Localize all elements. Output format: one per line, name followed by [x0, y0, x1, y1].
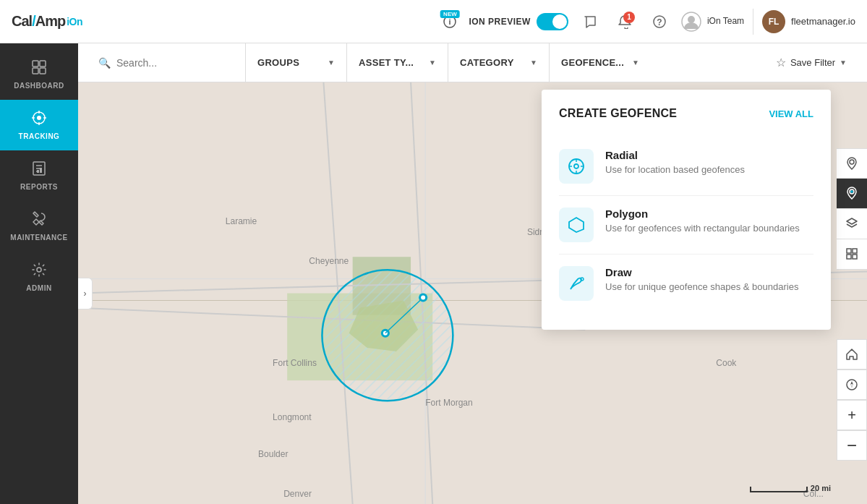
- svg-text:Fort Collins: Fort Collins: [273, 358, 317, 368]
- svg-text:Laramie: Laramie: [226, 216, 257, 226]
- svg-rect-63: [853, 255, 857, 259]
- groups-dropdown[interactable]: GROUPS ▼: [246, 43, 347, 82]
- location-pin-icon: [845, 157, 858, 170]
- save-filter-button[interactable]: ☆ Save Filter ▼: [764, 56, 858, 69]
- sidebar-item-label: REPORTS: [20, 183, 58, 191]
- new-badge: NEW: [440, 10, 460, 18]
- map-location-pin-btn[interactable]: [837, 148, 867, 179]
- svg-text:Cook: Cook: [716, 358, 737, 368]
- help-icon: ?: [652, 14, 667, 29]
- notification-icon-btn[interactable]: 1: [612, 9, 638, 35]
- svg-point-10: [37, 116, 41, 120]
- radial-option-name: Radial: [605, 149, 745, 161]
- geofence-dropdown[interactable]: GEOFENCE... ▼: [550, 43, 651, 82]
- tracking-icon: [31, 110, 47, 129]
- polygon-icon: [566, 215, 586, 235]
- search-input[interactable]: [116, 57, 232, 69]
- user-avatar-section[interactable]: FL fleetmanager.io: [762, 10, 855, 33]
- geofence-label: GEOFENCE...: [561, 57, 624, 68]
- svg-rect-21: [40, 168, 42, 173]
- map-geofence-add-btn[interactable]: [837, 179, 867, 209]
- view-all-button[interactable]: VIEW ALL: [769, 108, 813, 119]
- ion-preview-section: NEW i ION PREVIEW: [437, 9, 568, 35]
- svg-text:Cheyenne: Cheyenne: [309, 256, 349, 266]
- sidebar-item-maintenance[interactable]: MAINTENANCE: [0, 201, 78, 252]
- sidebar-item-label: ADMIN: [26, 284, 51, 292]
- svg-point-74: [581, 278, 584, 281]
- logo-calamp: Cal/Amp: [12, 13, 65, 30]
- svg-marker-59: [847, 218, 857, 224]
- home-icon: [845, 348, 858, 361]
- help-icon-btn[interactable]: ?: [646, 9, 672, 35]
- svg-rect-7: [40, 61, 46, 67]
- geofence-option-polygon[interactable]: Polygon Use for geofences with rectangul…: [559, 196, 813, 255]
- draw-icon-container: [559, 266, 594, 301]
- sidebar-item-tracking[interactable]: TRACKING: [0, 100, 78, 150]
- asset-type-label: ASSET TY...: [359, 57, 414, 68]
- geofence-panel-header: CREATE GEOFENCE VIEW ALL: [559, 107, 813, 120]
- geofence-option-draw[interactable]: Draw Use for unique geofence shapes & bo…: [559, 255, 813, 312]
- chat-icon-btn[interactable]: [577, 9, 603, 35]
- svg-text:Longmont: Longmont: [273, 412, 312, 422]
- map-zoom-out-btn[interactable]: −: [837, 430, 867, 461]
- svg-point-54: [421, 296, 425, 300]
- sidebar-item-label: MAINTENANCE: [10, 234, 67, 242]
- polygon-option-desc: Use for geofences with rectangular bound…: [605, 223, 800, 234]
- sidebar-item-label: TRACKING: [19, 132, 60, 140]
- map-nav-tools: + −: [837, 339, 867, 461]
- ion-preview-toggle[interactable]: [537, 13, 568, 30]
- info-icon-btn[interactable]: NEW i: [437, 9, 463, 35]
- map-layers-btn[interactable]: [837, 209, 867, 239]
- map-zoom-in-btn[interactable]: +: [837, 400, 867, 430]
- draw-option-desc: Use for unique geofence shapes & boundar…: [605, 281, 798, 292]
- user-section[interactable]: iOn Team: [681, 12, 744, 32]
- draw-option-name: Draw: [605, 266, 798, 278]
- logo: Cal/Amp iOn: [12, 13, 82, 30]
- radial-icon: [566, 156, 586, 176]
- star-icon: ☆: [776, 56, 786, 69]
- asset-type-dropdown[interactable]: ASSET TY... ▼: [347, 43, 448, 82]
- svg-point-22: [37, 268, 41, 272]
- user-icon: [681, 12, 701, 32]
- svg-text:Fort Morgan: Fort Morgan: [425, 398, 473, 408]
- geofence-dropdown-arrow: ▼: [632, 59, 639, 67]
- ion-preview-label: ION PREVIEW: [469, 17, 531, 27]
- geofence-panel-title: CREATE GEOFENCE: [559, 107, 677, 120]
- category-dropdown[interactable]: CATEGORY ▼: [448, 43, 550, 82]
- svg-text:i: i: [449, 17, 451, 26]
- sidebar-item-dashboard[interactable]: DASHBOARD: [0, 49, 78, 100]
- geofence-add-icon: [845, 187, 858, 200]
- sidebar-item-reports[interactable]: REPORTS: [0, 150, 78, 201]
- map-container: Laramie Cheyenne Sidney Fort Collins For…: [78, 82, 867, 504]
- radial-option-desc: Use for location based geofences: [605, 164, 745, 175]
- svg-point-5: [688, 16, 695, 23]
- geofence-option-radial[interactable]: Radial Use for location based geofences: [559, 137, 813, 196]
- user-email: fleetmanager.io: [791, 16, 855, 27]
- svg-marker-66: [850, 385, 853, 388]
- svg-rect-8: [33, 68, 38, 74]
- header-divider: [753, 9, 753, 35]
- svg-text:Denver: Denver: [283, 489, 312, 499]
- admin-icon: [31, 262, 47, 281]
- app-body: DASHBOARD TRACKING REPORTS MAINTENANCE: [0, 43, 867, 504]
- search-box: 🔍: [87, 43, 246, 82]
- map-grid-btn[interactable]: [837, 239, 867, 270]
- filter-bar: 🔍 GROUPS ▼ ASSET TY... ▼ CATEGORY ▼ GEOF…: [78, 43, 867, 82]
- maintenance-icon: [31, 211, 47, 231]
- svg-marker-73: [569, 218, 584, 232]
- save-filter-arrow: ▼: [840, 59, 847, 67]
- dashboard-icon: [31, 59, 47, 79]
- map-home-btn[interactable]: [837, 339, 867, 370]
- polygon-icon-container: [559, 208, 594, 242]
- map-compass-btn[interactable]: [837, 370, 867, 400]
- map-grid-icon: [845, 247, 858, 260]
- map-scale: 20 mi: [750, 484, 831, 492]
- asset-type-dropdown-arrow: ▼: [429, 59, 436, 67]
- avatar: FL: [762, 10, 785, 33]
- geofence-panel: CREATE GEOFENCE VIEW ALL: [542, 90, 831, 330]
- user-team: iOn Team: [707, 16, 744, 27]
- sidebar-toggle-button[interactable]: ›: [78, 278, 93, 309]
- svg-text:Boulder: Boulder: [258, 449, 289, 459]
- svg-rect-6: [33, 61, 38, 67]
- sidebar-item-admin[interactable]: ADMIN: [0, 252, 78, 302]
